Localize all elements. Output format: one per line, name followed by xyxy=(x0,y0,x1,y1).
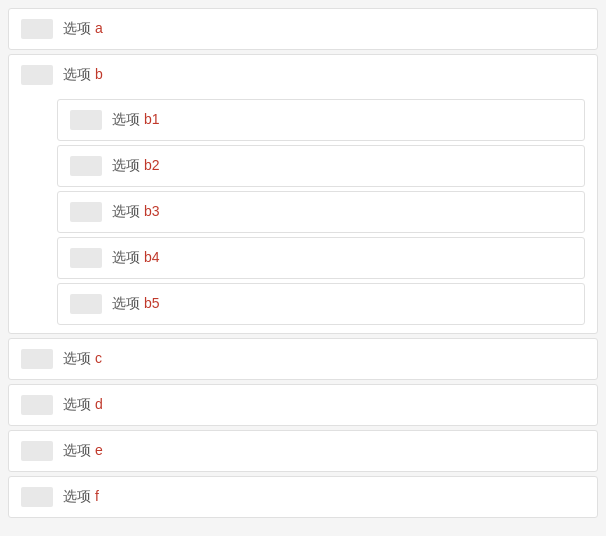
option-label-text-e: 选项 xyxy=(63,442,91,458)
checkbox-f[interactable] xyxy=(21,487,53,507)
option-label-suffix-b1: b1 xyxy=(144,111,160,127)
option-item-d[interactable]: 选项d xyxy=(8,384,598,426)
option-label-text-b2: 选项 xyxy=(112,157,140,173)
option-item-b4[interactable]: 选项b4 xyxy=(57,237,585,279)
checkbox-b1[interactable] xyxy=(70,110,102,130)
option-label-text-f: 选项 xyxy=(63,488,91,504)
option-label-text-b5: 选项 xyxy=(112,295,140,311)
checkbox-a[interactable] xyxy=(21,19,53,39)
option-item-c[interactable]: 选项c xyxy=(8,338,598,380)
checkbox-b4[interactable] xyxy=(70,248,102,268)
option-label-b4: 选项b4 xyxy=(112,249,160,267)
option-label-text-a: 选项 xyxy=(63,20,91,36)
option-label-suffix-b5: b5 xyxy=(144,295,160,311)
option-item-b5[interactable]: 选项b5 xyxy=(57,283,585,325)
option-label-suffix-e: e xyxy=(95,442,103,458)
option-item-f[interactable]: 选项f xyxy=(8,476,598,518)
option-label-f: 选项f xyxy=(63,488,99,506)
option-label-text-b: 选项 xyxy=(63,66,91,82)
option-label-suffix-b4: b4 xyxy=(144,249,160,265)
option-label-c: 选项c xyxy=(63,350,102,368)
option-item-b2[interactable]: 选项b2 xyxy=(57,145,585,187)
option-label-text-d: 选项 xyxy=(63,396,91,412)
children-container-b: 选项b1选项b2选项b3选项b4选项b5 xyxy=(9,95,597,333)
option-label-text-b4: 选项 xyxy=(112,249,140,265)
option-label-d: 选项d xyxy=(63,396,103,414)
option-label-suffix-f: f xyxy=(95,488,99,504)
option-label-suffix-c: c xyxy=(95,350,102,366)
option-label-suffix-a: a xyxy=(95,20,103,36)
checkbox-b5[interactable] xyxy=(70,294,102,314)
option-label-e: 选项e xyxy=(63,442,103,460)
option-label-b: 选项b xyxy=(63,66,103,84)
checkbox-c[interactable] xyxy=(21,349,53,369)
option-item-e[interactable]: 选项e xyxy=(8,430,598,472)
checkbox-d[interactable] xyxy=(21,395,53,415)
option-label-b1: 选项b1 xyxy=(112,111,160,129)
option-label-text-b1: 选项 xyxy=(112,111,140,127)
option-label-text-b3: 选项 xyxy=(112,203,140,219)
options-list: 选项a选项b选项b1选项b2选项b3选项b4选项b5选项c选项d选项e选项f xyxy=(8,8,598,518)
checkbox-b[interactable] xyxy=(21,65,53,85)
option-label-b2: 选项b2 xyxy=(112,157,160,175)
option-label-text-c: 选项 xyxy=(63,350,91,366)
option-label-suffix-b: b xyxy=(95,66,103,82)
option-label-b3: 选项b3 xyxy=(112,203,160,221)
checkbox-b3[interactable] xyxy=(70,202,102,222)
option-item-b3[interactable]: 选项b3 xyxy=(57,191,585,233)
option-item-b[interactable]: 选项b选项b1选项b2选项b3选项b4选项b5 xyxy=(8,54,598,334)
option-item-b1[interactable]: 选项b1 xyxy=(57,99,585,141)
option-label-b5: 选项b5 xyxy=(112,295,160,313)
option-label-suffix-d: d xyxy=(95,396,103,412)
option-item-a[interactable]: 选项a xyxy=(8,8,598,50)
option-label-a: 选项a xyxy=(63,20,103,38)
option-label-suffix-b3: b3 xyxy=(144,203,160,219)
checkbox-e[interactable] xyxy=(21,441,53,461)
option-label-suffix-b2: b2 xyxy=(144,157,160,173)
checkbox-b2[interactable] xyxy=(70,156,102,176)
